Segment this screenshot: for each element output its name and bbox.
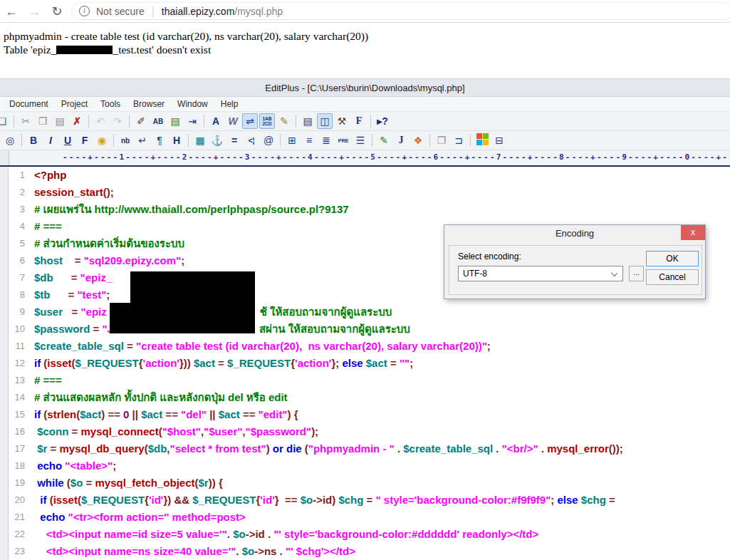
- underline-icon[interactable]: U: [60, 133, 75, 148]
- code-line[interactable]: 23 <td><input name=ns size=40 value='". …: [0, 543, 730, 560]
- bold-icon[interactable]: B: [26, 133, 41, 148]
- menu-browser[interactable]: Browser: [127, 97, 171, 111]
- code-line[interactable]: 14# ส่วนแสดงผลหลัก ทั้งปกติ และหลังกดปุ่…: [0, 389, 730, 406]
- code-text: $db = "epiz_: [34, 269, 112, 286]
- menu-document[interactable]: Document: [3, 97, 55, 111]
- page-text-line1: phpmyadmin - create table test (id varch…: [4, 29, 730, 43]
- code-text: while ($o = mysql_fetch_object($r)) {: [34, 475, 223, 492]
- function-list-icon[interactable]: F: [351, 113, 367, 129]
- toolbar-separator: [188, 134, 189, 147]
- nbsp-tag-icon[interactable]: nb: [118, 133, 133, 148]
- code-line[interactable]: 22 <td><input name=id size=5 value='". $…: [0, 526, 730, 543]
- comment-tag-icon[interactable]: <¦: [244, 133, 259, 148]
- code-line[interactable]: 16 $conn = mysql_connect("$host","$user"…: [0, 423, 730, 440]
- code-line[interactable]: 18 echo "<table>";: [0, 457, 730, 475]
- font-tag-icon[interactable]: F: [77, 133, 93, 148]
- close-icon[interactable]: x: [681, 225, 705, 240]
- code-text: <td><input name=ns size=40 value='". $o-…: [34, 543, 355, 560]
- copy-icon[interactable]: ❐: [35, 113, 51, 129]
- browse-button[interactable]: ...: [629, 266, 644, 281]
- undo-icon[interactable]: ↶: [93, 113, 108, 129]
- code-line[interactable]: 15if (strlen($act) == 0 || $act == "del"…: [0, 406, 730, 423]
- replace-icon[interactable]: AB: [150, 113, 166, 129]
- code-line[interactable]: 3# เผยแพร่ใน http://www.thaiall.com/perl…: [0, 201, 730, 218]
- menu-tools[interactable]: Tools: [94, 97, 127, 111]
- delete-icon[interactable]: ✗: [69, 113, 85, 129]
- italic-icon[interactable]: I: [43, 133, 58, 148]
- color-picker-icon[interactable]: ◉: [94, 133, 110, 148]
- table-tag-icon[interactable]: ⊞: [284, 133, 300, 148]
- align-center-icon[interactable]: ≡: [301, 133, 317, 148]
- menu-project[interactable]: Project: [55, 97, 94, 111]
- reload-icon[interactable]: ↻: [46, 1, 68, 22]
- java-tag-icon[interactable]: J: [393, 133, 409, 148]
- code-text: $tb = "test";: [34, 286, 110, 304]
- encoding-dialog: Encoding x Select encoding: UTF-8 ... OK…: [444, 224, 706, 299]
- paste-icon[interactable]: ▤: [52, 113, 68, 129]
- code-line[interactable]: 19 while ($o = mysql_fetch_object($r)) {: [0, 475, 730, 492]
- code-line[interactable]: 21 echo "<tr><form action='' method=post…: [0, 509, 730, 526]
- pre-tag-icon[interactable]: PRE: [335, 133, 351, 148]
- wrap-lines-icon[interactable]: ⇌: [242, 113, 258, 129]
- paragraph-tag-icon[interactable]: ¶: [152, 133, 167, 148]
- redaction-box: [56, 46, 113, 54]
- find-in-files-icon[interactable]: ▤: [167, 113, 183, 129]
- hr-tag-icon[interactable]: =: [226, 133, 242, 148]
- code-text: if (strlen($act) == 0 || $act == "del" |…: [34, 406, 298, 423]
- address-bar[interactable]: i Not secure | thaiall.epizy.com/mysql.p…: [71, 2, 730, 20]
- code-line[interactable]: 1<?php: [0, 167, 730, 184]
- ok-button[interactable]: OK: [646, 251, 699, 266]
- code-line[interactable]: 17 $r = mysql_db_query($db,"select * fro…: [0, 440, 730, 457]
- font-icon[interactable]: A: [208, 113, 224, 129]
- context-help-icon[interactable]: ▸?: [375, 113, 390, 129]
- redo-icon[interactable]: ↷: [110, 113, 125, 129]
- toolbar-separator: [370, 115, 371, 128]
- object-tag-icon[interactable]: ❖: [410, 133, 426, 148]
- browser-preview-icon[interactable]: ◎: [2, 133, 18, 148]
- menu-window[interactable]: Window: [171, 97, 214, 111]
- url-path[interactable]: /mysql.php: [234, 6, 283, 17]
- email-link-icon[interactable]: @: [261, 133, 276, 148]
- find-icon[interactable]: ✐: [133, 113, 149, 129]
- window-arrange-icon[interactable]: ⊐: [451, 133, 466, 148]
- window-title[interactable]: EditPlus - [C:\Users\burin\Downloads\mys…: [0, 78, 730, 97]
- list-tag-icon[interactable]: ☰: [353, 133, 368, 148]
- page-text-line2: Table 'epiz__test.test' doesn't exist: [4, 43, 730, 56]
- page-info-icon[interactable]: i: [79, 6, 90, 16]
- heading-tag-icon[interactable]: H: [169, 133, 184, 148]
- code-line[interactable]: 20 if (isset($_REQUEST{'id'}) && $_REQUE…: [0, 492, 730, 509]
- toolbar-separator: [470, 134, 471, 147]
- new-document-icon[interactable]: ❏: [0, 113, 10, 129]
- code-line[interactable]: 12if (isset($_REQUEST{'action'})) $act =…: [0, 355, 730, 372]
- standard-toolbar: ❏✂❐▤✗↶↷✐AB▤⇥AW⇌1AB 2CD✎▤◫⚒F▸?: [0, 112, 730, 131]
- syntax-stamp-icon[interactable]: ✎: [276, 113, 292, 129]
- code-line[interactable]: 11$create_table_sql = "create table test…: [0, 338, 730, 355]
- cancel-button[interactable]: Cancel: [646, 269, 699, 285]
- document-tab-list-icon[interactable]: ▤: [300, 113, 316, 129]
- anchor-tag-icon[interactable]: ⚓: [209, 133, 225, 148]
- split-window-icon[interactable]: ⊟: [491, 133, 507, 148]
- line-numbers-icon[interactable]: 1AB 2CD: [259, 113, 275, 129]
- encoding-select[interactable]: UTF-8: [458, 266, 623, 281]
- word-wrap-icon[interactable]: W: [225, 113, 241, 129]
- user-toolbar-icon[interactable]: ⚒: [334, 113, 350, 129]
- side-panel-icon[interactable]: ◫: [317, 113, 333, 129]
- script-tag-icon[interactable]: ✎: [376, 133, 392, 148]
- cut-icon[interactable]: ✂: [18, 113, 33, 129]
- code-editor[interactable]: 1<?php2session_start();3# เผยแพร่ใน http…: [0, 167, 730, 560]
- url-host[interactable]: thaiall.epizy.com: [162, 6, 234, 17]
- view-in-browser-icon[interactable]: [474, 133, 490, 148]
- code-line[interactable]: 13# ===: [0, 372, 730, 389]
- redaction-box: [110, 303, 255, 333]
- menu-help[interactable]: Help: [214, 97, 245, 111]
- code-line[interactable]: 2session_start();: [0, 184, 730, 201]
- window-new-icon[interactable]: ❐: [434, 133, 449, 148]
- align-right-icon[interactable]: ≣: [318, 133, 334, 148]
- address-separator: |: [152, 5, 155, 18]
- image-tag-icon[interactable]: ▦: [192, 133, 208, 148]
- break-tag-icon[interactable]: ↵: [135, 133, 150, 148]
- code-text: session_start();: [34, 184, 114, 201]
- back-icon[interactable]: ←: [0, 1, 23, 22]
- code-text: <?php: [34, 167, 66, 184]
- goto-line-icon[interactable]: ⇥: [184, 113, 200, 129]
